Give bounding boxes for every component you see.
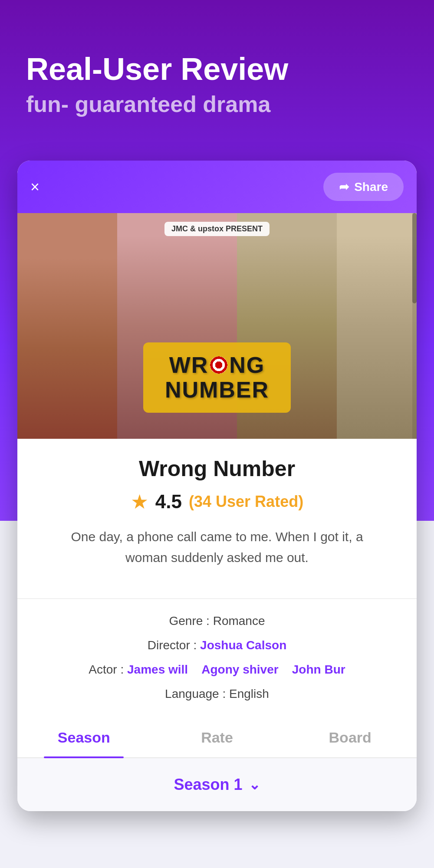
tabs-section: Season Rate Board <box>17 716 417 758</box>
share-icon: ➦ <box>339 180 349 194</box>
season-section: Season 1 ⌄ <box>17 758 417 811</box>
season-selector[interactable]: Season 1 ⌄ <box>174 776 260 794</box>
chevron-down-icon: ⌄ <box>249 776 260 793</box>
actor-row: Actor : James will Agony shiver John Bur <box>35 661 399 679</box>
target-icon <box>210 356 227 374</box>
actor-link-3[interactable]: John Bur <box>292 663 345 676</box>
star-icon: ★ <box>131 490 148 513</box>
rating-score: 4.5 <box>155 491 182 513</box>
hero-section: Real-User Review fun- guaranteed drama <box>0 0 434 144</box>
hero-title: Real-User Review <box>26 52 408 86</box>
director-link[interactable]: Joshua Calson <box>200 638 286 652</box>
genre-row: Genre : Romance <box>35 612 399 630</box>
divider <box>17 598 417 599</box>
actor-link-2[interactable]: Agony shiver <box>201 663 278 676</box>
genre-label: Genre : <box>169 614 213 628</box>
language-row: Language : English <box>35 685 399 703</box>
character-left <box>17 213 117 439</box>
tab-rate[interactable]: Rate <box>151 716 284 757</box>
genre-value: Romance <box>213 614 265 628</box>
share-label: Share <box>354 180 388 194</box>
rating-count: (34 User Rated) <box>189 493 303 511</box>
director-label: Director : <box>148 638 200 652</box>
movie-card: × ➦ Share JMC & upstox PRESENT WRNGNUMBE… <box>17 161 417 811</box>
movie-description: One day, a phone call came to me. When I… <box>65 526 369 568</box>
scrollbar-thumb <box>412 213 417 303</box>
movie-meta: Genre : Romance Director : Joshua Calson… <box>17 612 417 703</box>
rating-row: ★ 4.5 (34 User Rated) <box>43 490 391 513</box>
language-label: Language : <box>165 687 229 700</box>
movie-title: Wrong Number <box>43 456 391 481</box>
director-row: Director : Joshua Calson <box>35 636 399 654</box>
poster-title-overlay: WRNGNUMBER <box>143 342 291 413</box>
share-button[interactable]: ➦ Share <box>323 173 404 201</box>
tab-season[interactable]: Season <box>17 716 151 757</box>
movie-info: Wrong Number ★ 4.5 (34 User Rated) One d… <box>17 439 417 594</box>
season-label: Season 1 <box>174 776 242 794</box>
actor-link-1[interactable]: James will <box>127 663 188 676</box>
language-value: English <box>229 687 269 700</box>
poster-logo: JMC & upstox PRESENT <box>164 222 270 236</box>
close-button[interactable]: × <box>30 179 39 195</box>
hero-subtitle: fun- guaranteed drama <box>26 91 408 118</box>
character-right <box>337 213 417 439</box>
poster-title-text: WRNGNUMBER <box>161 353 273 402</box>
actor-label: Actor : <box>89 663 127 676</box>
scrollbar[interactable] <box>412 213 417 439</box>
card-header: × ➦ Share <box>17 161 417 213</box>
tab-board[interactable]: Board <box>283 716 417 757</box>
movie-poster: JMC & upstox PRESENT WRNGNUMBER <box>17 213 417 439</box>
